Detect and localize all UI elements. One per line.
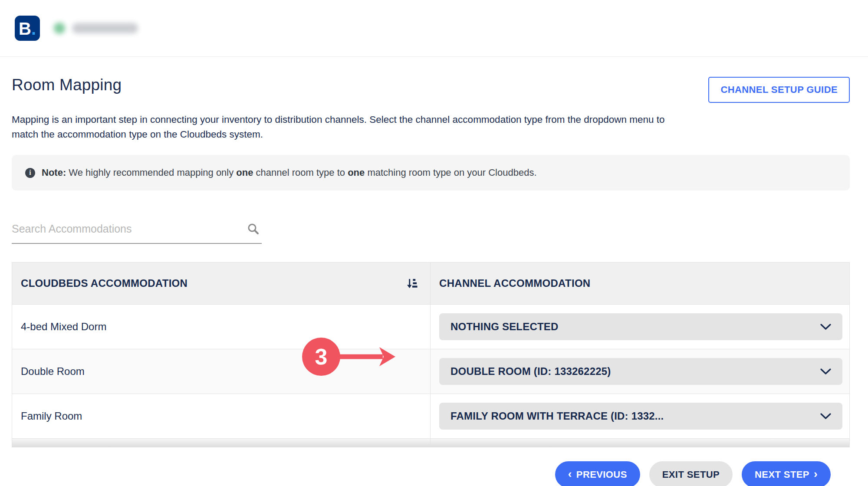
channel-cell: DOUBLE ROOM (ID: 133262225) [430, 349, 849, 394]
main-content: Room Mapping CHANNEL SETUP GUIDE Mapping… [0, 57, 868, 486]
channel-accommodation-select[interactable]: NOTHING SELECTED [439, 313, 842, 340]
table-row: Family Room FAMILY ROOM WITH TERRACE (ID… [12, 394, 849, 439]
cloudbeds-room-name: Family Room [12, 394, 430, 438]
logo-dot: . [31, 20, 36, 37]
sort-icon[interactable] [406, 278, 418, 289]
cloudbeds-room-name: 4-bed Mixed Dorm [12, 305, 430, 349]
chevron-left-icon: ‹ [568, 468, 572, 481]
exit-setup-button[interactable]: EXIT SETUP [649, 461, 733, 486]
status-text-redacted [72, 23, 138, 33]
wizard-footer: ‹ PREVIOUS EXIT SETUP NEXT STEP › [12, 447, 850, 486]
chevron-down-icon [820, 413, 831, 420]
logo-letter: B [19, 20, 31, 37]
status-badge-blurred [54, 23, 138, 34]
info-icon: i [25, 168, 35, 178]
top-header-bar: B. [0, 0, 868, 57]
search-input[interactable] [12, 221, 229, 237]
channel-accommodation-select[interactable]: FAMILY ROOM WITH TERRACE (ID: 1332... [439, 403, 842, 430]
chevron-down-icon [820, 324, 831, 330]
page-title: Room Mapping [12, 76, 122, 94]
status-dot-icon [54, 23, 65, 34]
chevron-right-icon: › [814, 468, 818, 481]
selected-option-label: DOUBLE ROOM (ID: 133262225) [450, 365, 611, 378]
channel-accommodation-select[interactable]: DOUBLE ROOM (ID: 133262225) [439, 358, 842, 385]
previous-label: PREVIOUS [576, 469, 627, 480]
channel-cell: NOTHING SELECTED [430, 305, 849, 349]
note-box: i Note: We highly recommended mapping on… [12, 155, 850, 190]
table-row: 4-bed Mixed Dorm NOTHING SELECTED [12, 305, 849, 349]
selected-option-label: FAMILY ROOM WITH TERRACE (ID: 1332... [450, 410, 664, 422]
search-accommodations-field [12, 221, 262, 244]
previous-button[interactable]: ‹ PREVIOUS [555, 461, 640, 486]
next-step-label: NEXT STEP [755, 469, 809, 480]
next-step-button[interactable]: NEXT STEP › [742, 461, 831, 486]
page-description: Mapping is an important step in connecti… [12, 112, 689, 142]
room-mapping-table: CLOUDBEDS ACCOMMODATION CHANNEL ACCOMMOD… [12, 262, 850, 447]
channel-setup-guide-button[interactable]: CHANNEL SETUP GUIDE [708, 77, 850, 103]
header-left-label: CLOUDBEDS ACCOMMODATION [21, 277, 187, 289]
selected-option-label: NOTHING SELECTED [450, 321, 559, 333]
search-icon[interactable] [247, 223, 259, 236]
header-channel-accommodation: CHANNEL ACCOMMODATION [430, 263, 849, 304]
channel-cell: FAMILY ROOM WITH TERRACE (ID: 1332... [430, 394, 849, 438]
table-header-row: CLOUDBEDS ACCOMMODATION CHANNEL ACCOMMOD… [12, 263, 849, 305]
title-row: Room Mapping CHANNEL SETUP GUIDE [12, 76, 850, 103]
header-cloudbeds-accommodation: CLOUDBEDS ACCOMMODATION [12, 263, 430, 304]
chevron-down-icon [820, 368, 831, 375]
header-right-label: CHANNEL ACCOMMODATION [439, 277, 591, 289]
cloudbeds-room-name: Double Room [12, 349, 430, 394]
exit-setup-label: EXIT SETUP [662, 469, 720, 480]
table-row: Double Room DOUBLE ROOM (ID: 133262225) [12, 349, 849, 394]
note-label: Note: [42, 167, 66, 178]
note-text: Note: We highly recommended mapping only… [42, 167, 537, 178]
booking-logo: B. [15, 16, 40, 41]
table-row-partial [12, 439, 849, 447]
